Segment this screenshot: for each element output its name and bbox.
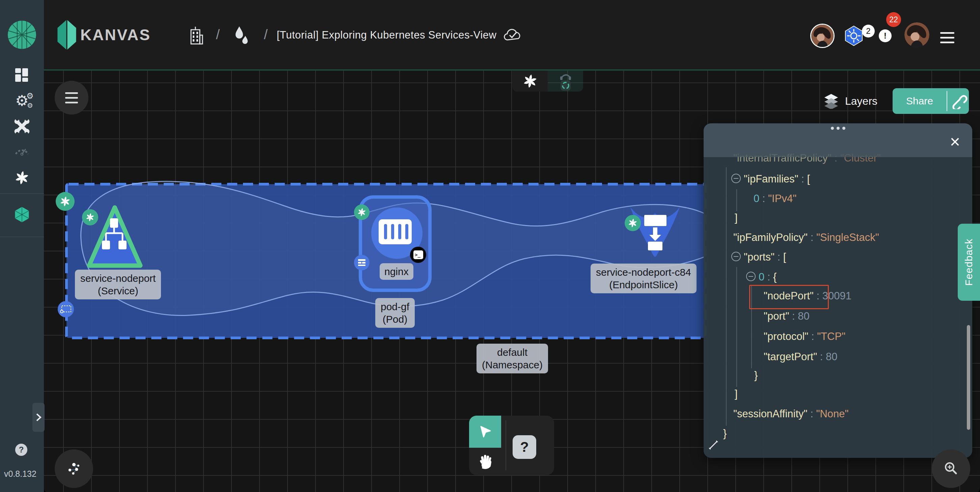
gauge-icon bbox=[14, 143, 30, 157]
json-line: } bbox=[754, 369, 757, 382]
resize-icon[interactable] bbox=[708, 439, 719, 451]
version-label: v0.8.132 bbox=[4, 469, 37, 479]
pod-label: pod-gf(Pod) bbox=[375, 298, 415, 328]
help-tool-button[interactable]: ? bbox=[512, 435, 536, 459]
json-line: "ipFamilyPolicy" : "SingleStack" bbox=[733, 231, 879, 244]
kubernetes-icon[interactable] bbox=[844, 26, 864, 46]
namespace-label: default(Namespace) bbox=[477, 343, 548, 374]
brand-wordmark[interactable]: KANVAS bbox=[80, 26, 151, 44]
service-label: service-nodeport(Service) bbox=[75, 270, 161, 299]
sidebar-divider bbox=[0, 193, 44, 194]
meshery-swirl-icon bbox=[522, 73, 538, 89]
cursor-icon bbox=[478, 425, 493, 439]
cloud-sync-icon bbox=[503, 27, 523, 43]
alert-icon[interactable]: ! bbox=[879, 29, 892, 42]
collapse-icon[interactable] bbox=[746, 272, 756, 281]
organization-icon[interactable] bbox=[188, 26, 204, 45]
json-line: "targetPort" : 80 bbox=[764, 350, 837, 364]
copy-link-icon[interactable] bbox=[947, 93, 969, 109]
spinner-icon bbox=[560, 80, 571, 91]
share-button[interactable]: Share bbox=[892, 88, 969, 114]
json-line: } bbox=[723, 427, 727, 440]
sidebar-item-configuration[interactable] bbox=[0, 118, 44, 135]
magnifier-plus-icon bbox=[942, 460, 960, 478]
panel-header[interactable]: × bbox=[704, 123, 972, 157]
dashboard-icon bbox=[15, 68, 29, 82]
minimap-button[interactable] bbox=[55, 449, 93, 488]
details-panel: "internalTrafficPolicy" : "Cluster" "ipF… bbox=[704, 123, 972, 458]
sidebar-expand-button[interactable] bbox=[32, 403, 45, 432]
top-bar: KANVAS / / [Tutorial] Exploring Kubernet… bbox=[44, 0, 980, 69]
json-line: ] bbox=[735, 387, 738, 401]
json-line: "protocol" : "TCP" bbox=[764, 330, 845, 343]
assistant-dock-button[interactable] bbox=[548, 70, 583, 91]
designs-icon[interactable] bbox=[234, 26, 250, 45]
hamburger-icon bbox=[65, 91, 78, 105]
collapse-icon[interactable] bbox=[731, 252, 741, 261]
select-tool-button[interactable] bbox=[469, 415, 501, 448]
help-button[interactable]: ? bbox=[15, 444, 27, 456]
collapse-icon[interactable] bbox=[731, 174, 741, 183]
toolbar-divider bbox=[506, 420, 506, 470]
json-line: 0 : { bbox=[746, 270, 776, 284]
sidebar-item-kanvas[interactable] bbox=[0, 205, 44, 224]
avatar[interactable] bbox=[904, 22, 929, 47]
gears-icon: ⚙ bbox=[26, 91, 34, 101]
headset-icon bbox=[559, 72, 572, 80]
hand-icon bbox=[477, 454, 493, 470]
network-icon bbox=[66, 460, 82, 477]
json-line: 0 : "IPv4" bbox=[754, 192, 796, 206]
meshery-dock-button[interactable] bbox=[512, 70, 548, 91]
sidebar-item-dashboard[interactable] bbox=[0, 66, 44, 84]
chevron-right-icon bbox=[34, 412, 43, 422]
container-label: nginx bbox=[380, 263, 414, 280]
pan-tool-button[interactable] bbox=[469, 448, 501, 475]
canvas-menu-button[interactable] bbox=[55, 81, 88, 115]
breadcrumb-separator: / bbox=[264, 27, 267, 42]
sidebar-item-performance[interactable] bbox=[0, 141, 44, 159]
json-line: "ipFamilies" : [ bbox=[731, 173, 810, 186]
cluster-count-badge[interactable]: 2 bbox=[862, 25, 875, 37]
json-line: "sessionAffinity" : "None" bbox=[733, 407, 849, 421]
layers-icon bbox=[823, 93, 839, 109]
sidebar-item-lifecycle[interactable]: ⚙ ⚙ ⚙ bbox=[0, 92, 44, 110]
share-label: Share bbox=[892, 95, 947, 107]
avatar[interactable] bbox=[810, 24, 835, 48]
zoom-button[interactable] bbox=[932, 449, 970, 488]
sidebar-item-extensions[interactable] bbox=[0, 169, 44, 187]
layer5-logo-icon[interactable] bbox=[7, 20, 37, 50]
tool-palette: ? bbox=[469, 415, 554, 475]
notification-count-badge[interactable]: 22 bbox=[886, 12, 901, 27]
endpointslice-label: service-nodeport-c84(EndpointSlice) bbox=[590, 264, 697, 293]
json-line: ] bbox=[735, 211, 738, 225]
feedback-label: Feedback bbox=[963, 238, 975, 286]
kanvas-hexagon-icon bbox=[13, 206, 30, 223]
sidebar-divider bbox=[0, 236, 44, 237]
gears-icon: ⚙ bbox=[27, 101, 33, 110]
app-menu-button[interactable] bbox=[940, 29, 955, 46]
highlight-box bbox=[749, 285, 829, 309]
feedback-tab[interactable]: Feedback bbox=[958, 224, 980, 301]
drag-handle-icon[interactable] bbox=[704, 127, 972, 130]
canvas-dock[interactable] bbox=[512, 70, 583, 91]
json-line: "port" : 80 bbox=[764, 310, 810, 323]
layers-label: Layers bbox=[845, 95, 877, 107]
layers-control[interactable]: Layers bbox=[823, 93, 877, 109]
close-icon[interactable]: × bbox=[950, 133, 960, 150]
sidebar: ⚙ ⚙ ⚙ bbox=[0, 0, 44, 492]
breadcrumb-separator: / bbox=[216, 27, 220, 42]
meshery-swirl-icon bbox=[14, 170, 30, 185]
panel-scrollbar[interactable] bbox=[967, 325, 970, 430]
tools-icon bbox=[14, 118, 30, 134]
json-line: "ports" : [ bbox=[731, 251, 786, 264]
breadcrumb-title[interactable]: [Tutorial] Exploring Kubernetes Services… bbox=[277, 29, 496, 41]
kanvas-logo-icon[interactable] bbox=[57, 19, 77, 51]
hamburger-icon bbox=[940, 32, 955, 43]
